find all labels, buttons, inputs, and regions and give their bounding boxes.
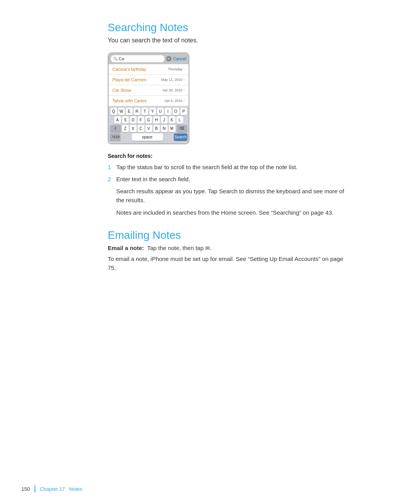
key-e[interactable]: E: [126, 108, 133, 115]
iphone-search-input[interactable]: 🔍 Ca: [111, 55, 164, 62]
key-q[interactable]: Q: [110, 108, 117, 115]
key-l[interactable]: L: [177, 116, 183, 124]
note-item-3[interactable]: Car Show Apr 30, 2010 ›: [108, 85, 189, 96]
note-date-2: May 11, 2010 ›: [161, 78, 185, 82]
keyboard-row4: .?123 space Search: [110, 133, 187, 141]
key-w[interactable]: W: [118, 108, 125, 115]
note-date-3: Apr 30, 2010 ›: [162, 88, 185, 92]
email-label-text: Tap the note, then tap: [144, 245, 203, 251]
note-title-1: Carissa's birthday: [112, 67, 146, 72]
keyboard: Q W E R T Y U I O P A S D F G H J K L: [108, 106, 189, 144]
key-f[interactable]: F: [138, 116, 144, 124]
searching-notes-title: Searching Notes: [108, 21, 349, 34]
key-t[interactable]: T: [142, 108, 148, 115]
emailing-notes-section: Emailing Notes Email a note: Tap the not…: [108, 229, 349, 273]
note-date-1: Thursday ›: [168, 67, 185, 71]
key-g[interactable]: G: [145, 116, 152, 124]
keyboard-row3: ⇧ Z X C V B N M ⌫: [110, 125, 187, 132]
key-m[interactable]: M: [169, 125, 175, 132]
cancel-button[interactable]: Cancel: [173, 56, 186, 61]
key-n[interactable]: N: [161, 125, 168, 132]
note-title-2: Playa del Carmen: [112, 77, 146, 82]
key-b[interactable]: B: [153, 125, 160, 132]
email-icon: ✉: [205, 244, 210, 252]
iphone-mockup: 🔍 Ca ✕ Cancel Carissa's birthday Thursda…: [108, 52, 189, 144]
key-x[interactable]: X: [130, 125, 136, 132]
note-date-4: Apr 6, 2010 ›: [164, 99, 185, 103]
key-j[interactable]: J: [161, 116, 168, 124]
keyboard-row2: A S D F G H J K L: [110, 116, 187, 124]
key-r[interactable]: R: [134, 108, 140, 115]
step-2-text: Enter text in the search field.: [116, 175, 190, 183]
note-text-1: Search results appear as you type. Tap S…: [116, 187, 349, 205]
step-2-num: 2: [108, 175, 113, 183]
key-search[interactable]: Search: [174, 133, 187, 141]
note-item-1[interactable]: Carissa's birthday Thursday ›: [108, 64, 189, 75]
email-body-text: To email a note, iPhone must be set up f…: [108, 255, 349, 272]
searching-notes-subtitle: You can search the text of notes.: [108, 37, 349, 44]
note-title-4: Tahoe with Carlos: [112, 98, 146, 103]
note-title-3: Car Show: [112, 88, 131, 93]
footer-chapter: Chapter 17 Notes: [40, 486, 82, 492]
step-1-num: 1: [108, 163, 113, 171]
key-s[interactable]: S: [122, 116, 129, 124]
step-2: 2 Enter text in the search field.: [108, 175, 349, 183]
key-y[interactable]: Y: [149, 108, 156, 115]
page-number: 150: [21, 486, 30, 492]
key-num[interactable]: .?123: [110, 133, 121, 141]
keyboard-row1: Q W E R T Y U I O P: [110, 108, 187, 115]
note-item-2[interactable]: Playa del Carmen May 11, 2010 ›: [108, 75, 189, 85]
key-backspace[interactable]: ⌫: [177, 125, 187, 132]
key-k[interactable]: K: [169, 116, 175, 124]
iphone-search-bar: 🔍 Ca ✕ Cancel: [108, 53, 189, 64]
email-instruction: Email a note: Tap the note, then tap ✉.: [108, 244, 349, 253]
emailing-notes-title: Emailing Notes: [108, 229, 349, 242]
key-d[interactable]: D: [130, 116, 136, 124]
search-icon: 🔍: [113, 57, 117, 61]
step-1: 1 Tap the status bar to scroll to the se…: [108, 163, 349, 171]
key-o[interactable]: O: [173, 108, 179, 115]
key-u[interactable]: U: [157, 108, 164, 115]
email-label-bold: Email a note:: [108, 245, 144, 251]
notes-list: Carissa's birthday Thursday › Playa del …: [108, 64, 189, 106]
note-text-2: Notes are included in searches from the …: [116, 208, 349, 217]
key-h[interactable]: H: [153, 116, 160, 124]
instruction-label: Search for notes:: [108, 153, 349, 159]
key-v[interactable]: V: [145, 125, 152, 132]
page-footer: 150 Chapter 17 Notes: [0, 485, 420, 492]
key-p[interactable]: P: [180, 108, 187, 115]
search-value: Ca: [119, 56, 124, 61]
instructions: Search for notes: 1 Tap the status bar t…: [108, 153, 349, 217]
key-i[interactable]: I: [165, 108, 172, 115]
clear-button[interactable]: ✕: [166, 56, 172, 61]
key-shift[interactable]: ⇧: [110, 125, 121, 132]
email-label-end: .: [210, 245, 212, 251]
step-1-text: Tap the status bar to scroll to the sear…: [116, 163, 298, 171]
key-space[interactable]: space: [132, 133, 163, 141]
note-item-4[interactable]: Tahoe with Carlos Apr 6, 2010 ›: [108, 96, 189, 106]
key-z[interactable]: Z: [122, 125, 129, 132]
key-c[interactable]: C: [138, 125, 144, 132]
key-a[interactable]: A: [114, 116, 121, 124]
footer-divider: [35, 485, 35, 492]
